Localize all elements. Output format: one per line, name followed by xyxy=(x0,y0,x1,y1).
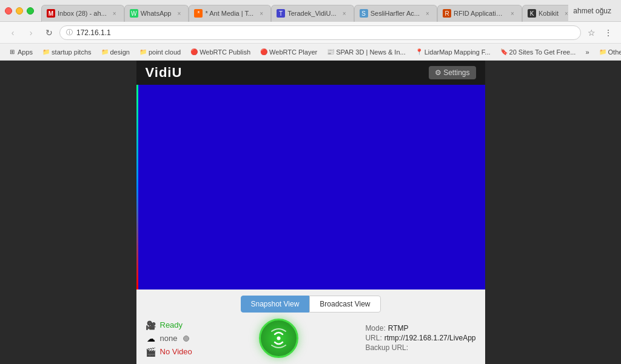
apps-grid-icon: ⊞ xyxy=(8,48,16,56)
tab-close-teradek[interactable]: × xyxy=(340,9,349,18)
stream-info: Mode: RTMP URL: rtmp://192.168.1.27/Live… xyxy=(365,324,475,353)
bookmark-20sites-label: 20 Sites To Get Free... xyxy=(509,48,576,56)
forward-button[interactable]: › xyxy=(23,25,39,41)
minimize-button[interactable] xyxy=(16,7,23,15)
kobikit-icon: K xyxy=(528,9,536,18)
tab-antmedia[interactable]: * * Ant Media | T... × xyxy=(189,5,271,22)
bookmark-spar3d-label: SPAR 3D | News & In... xyxy=(336,48,406,56)
tab-label-rfid: RFID Applicatio... xyxy=(454,10,505,17)
tab-close-kobikit[interactable]: × xyxy=(562,9,568,18)
whatsapp-icon: W xyxy=(130,9,138,18)
url-row: URL: rtmp://192.168.1.27/LiveApp xyxy=(365,334,475,342)
status-row: 🎥 Ready ☁ none 🎬 No Video xyxy=(146,319,476,358)
lidarmap-icon: 📍 xyxy=(415,48,423,56)
bookmark-other[interactable]: 📁 Other Bookmarks xyxy=(596,47,621,57)
sesliharfler-icon: S xyxy=(360,9,368,18)
backup-url-row: Backup URL: xyxy=(365,343,475,352)
back-button[interactable]: ‹ xyxy=(5,25,21,41)
bookmark-lidarmap-label: LidarMap Mapping F... xyxy=(425,48,491,56)
vidiu-app: VidiU ⚙ Settings Snapshot View Broadcast… xyxy=(136,61,485,364)
bookmark-20sites[interactable]: 🔖 20 Sites To Get Free... xyxy=(497,47,580,57)
bookmark-design-label: design xyxy=(110,48,130,56)
tab-label-teradek: Teradek_VidiU... xyxy=(287,10,337,17)
bookmark-apps[interactable]: ⊞ Apps xyxy=(5,47,36,57)
lock-icon: ⓘ xyxy=(66,28,73,37)
status-item-none: ☁ none xyxy=(146,333,192,344)
bookmark-more[interactable]: » xyxy=(582,47,592,57)
tab-label-gmail: Inbox (28) - ah... xyxy=(58,10,107,17)
bookmarks-bar: ⊞ Apps 📁 startup pitchs 📁 design 📁 point… xyxy=(0,44,621,61)
bookmark-lidarmap[interactable]: 📍 LidarMap Mapping F... xyxy=(412,47,494,57)
teradek-icon: T xyxy=(277,9,285,18)
status-item-ready: 🎥 Ready xyxy=(146,320,192,331)
address-bar[interactable]: ⓘ 172.16.1.1 xyxy=(59,25,581,40)
webrtc-player-icon: 🔴 xyxy=(260,48,267,56)
tab-teradek[interactable]: T Teradek_VidiU... × xyxy=(271,5,354,22)
none-indicator xyxy=(183,336,189,342)
other-bookmarks-icon: 📁 xyxy=(599,48,606,56)
svg-point-0 xyxy=(277,337,281,340)
url-value: rtmp://192.168.1.27/LiveApp xyxy=(384,334,476,342)
bookmark-spar3d[interactable]: 📰 SPAR 3D | News & In... xyxy=(323,47,409,57)
mode-label: Mode: xyxy=(365,324,385,333)
broadcast-button[interactable] xyxy=(259,319,298,358)
tab-close-gmail[interactable]: × xyxy=(110,9,119,18)
tab-gmail[interactable]: M Inbox (28) - ah... × xyxy=(41,5,124,22)
tab-close-antmedia[interactable]: × xyxy=(257,9,266,18)
settings-button[interactable]: ⚙ Settings xyxy=(429,66,476,79)
status-left: 🎥 Ready ☁ none 🎬 No Video xyxy=(146,320,192,357)
close-button[interactable] xyxy=(5,7,12,15)
traffic-lights xyxy=(5,7,34,15)
bookmark-pointcloud[interactable]: 📁 point cloud xyxy=(136,47,184,57)
bookmark-pointcloud-label: point cloud xyxy=(149,48,181,56)
status-item-video: 🎬 No Video xyxy=(146,346,192,357)
tab-kobikit[interactable]: K Kobikit × xyxy=(522,5,568,22)
nav-bar: ‹ › ↻ ⓘ 172.16.1.1 ☆ ⋮ xyxy=(0,22,621,44)
tab-label-antmedia: * Ant Media | T... xyxy=(205,10,253,17)
broadcast-view-tab[interactable]: Broadcast View xyxy=(309,296,380,313)
folder-icon-pointcloud: 📁 xyxy=(139,48,147,56)
none-text: none xyxy=(160,334,178,343)
tab-whatsapp[interactable]: W WhatsApp × xyxy=(124,5,189,22)
tab-close-whatsapp[interactable]: × xyxy=(175,9,183,18)
video-icon: 🎬 xyxy=(146,346,156,357)
bookmark-webrtc-player-label: WebRTC Player xyxy=(269,48,317,56)
sites-icon: 🔖 xyxy=(500,48,508,56)
tab-sesliharfler[interactable]: S SesliHarfler Ac... × xyxy=(354,5,437,22)
tabs-bar: M Inbox (28) - ah... × W WhatsApp × * * … xyxy=(41,0,568,22)
spar3d-icon: 📰 xyxy=(327,48,334,56)
nav-actions: ☆ ⋮ xyxy=(583,25,616,41)
rfid-icon: R xyxy=(443,9,451,18)
tab-close-sesliharfler[interactable]: × xyxy=(423,9,432,18)
bookmark-webrtc-publish-label: WebRTC Publish xyxy=(200,48,250,56)
bookmark-apps-label: Apps xyxy=(18,48,33,56)
novideo-text: No Video xyxy=(160,347,192,356)
bookmark-startup[interactable]: 📁 startup pitchs xyxy=(39,47,95,57)
bookmark-star-button[interactable]: ☆ xyxy=(583,25,599,41)
mode-row: Mode: RTMP xyxy=(365,324,475,333)
tab-close-rfid[interactable]: × xyxy=(508,9,517,18)
tab-label-whatsapp: WhatsApp xyxy=(141,10,172,17)
gmail-icon: M xyxy=(47,9,55,18)
ready-text: Ready xyxy=(160,320,183,329)
user-info: ahmet oğuz xyxy=(568,7,616,15)
video-preview xyxy=(136,85,485,290)
url-label: URL: xyxy=(365,334,381,342)
cloud-icon: ☁ xyxy=(146,333,156,344)
backup-url-label: Backup URL: xyxy=(365,343,408,352)
menu-button[interactable]: ⋮ xyxy=(600,25,616,41)
bookmark-startup-label: startup pitchs xyxy=(52,48,91,56)
bookmark-webrtc-player[interactable]: 🔴 WebRTC Player xyxy=(257,47,321,57)
tab-rfid[interactable]: R RFID Applicatio... × xyxy=(437,5,522,22)
tab-label-kobikit: Kobikit xyxy=(539,10,559,17)
page-content: VidiU ⚙ Settings Snapshot View Broadcast… xyxy=(0,61,621,364)
vidiu-header: VidiU ⚙ Settings xyxy=(136,61,485,85)
snapshot-view-tab[interactable]: Snapshot View xyxy=(241,296,310,313)
bookmark-webrtc-publish[interactable]: 🔴 WebRTC Publish xyxy=(187,47,254,57)
antmedia-icon: * xyxy=(194,9,203,18)
tab-label-sesliharfler: SesliHarfler Ac... xyxy=(371,10,420,17)
bookmark-design[interactable]: 📁 design xyxy=(98,47,133,57)
camera-icon: 🎥 xyxy=(146,320,156,331)
maximize-button[interactable] xyxy=(27,7,34,15)
refresh-button[interactable]: ↻ xyxy=(41,25,57,41)
